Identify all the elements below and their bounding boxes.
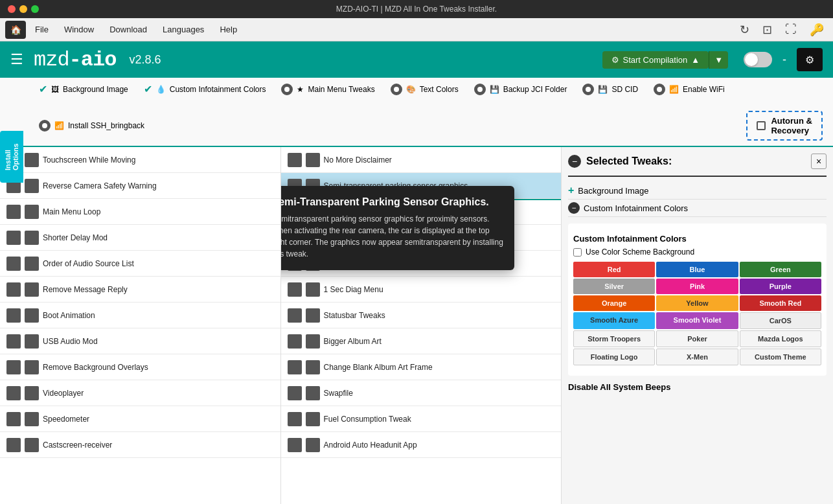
tweak-row[interactable]: Boot Animation: [0, 303, 280, 328]
tweak-btn-a[interactable]: [288, 360, 302, 374]
key-icon[interactable]: 🔑: [806, 21, 828, 38]
tweak-btn-a[interactable]: [6, 282, 21, 297]
tweak-btn-b[interactable]: [25, 257, 39, 271]
tweak-row[interactable]: No More Disclaimer: [281, 147, 562, 173]
tweak-row[interactable]: Reverse Camera Safety Warning: [0, 173, 280, 199]
tweak-btn-b[interactable]: [25, 334, 39, 349]
tweak-row[interactable]: Android Auto Headunit App: [281, 432, 562, 458]
tweak-row[interactable]: Change Blank Album Art Frame: [281, 354, 562, 380]
tweak-row[interactable]: Shorter Delay Mod: [0, 225, 280, 251]
option-custom-infotainment[interactable]: ✔ 💧 Custom Infotainment Colors: [144, 83, 266, 95]
color-smooth-azure[interactable]: Smooth Azure: [573, 312, 655, 329]
tweak-btn-b[interactable]: [306, 282, 320, 297]
option-ssh-bringback[interactable]: 📶 Install SSH_bringback: [39, 120, 144, 132]
tweak-row[interactable]: Statusbar Tweaks: [281, 303, 562, 328]
tweak-btn-a[interactable]: [288, 153, 302, 167]
collapse-icon[interactable]: −: [568, 155, 581, 168]
tweak-btn-b[interactable]: [25, 386, 39, 400]
tweak-btn-b[interactable]: [25, 308, 39, 323]
tweak-btn-b[interactable]: [25, 282, 39, 297]
option-sd-cid[interactable]: 💾 SD CID: [582, 84, 638, 95]
option-background-image[interactable]: ✔ 🖼 Background Image: [39, 83, 128, 95]
window-menu[interactable]: Window: [58, 22, 100, 37]
tweak-row[interactable]: Castscreen-receiver: [0, 432, 280, 458]
tweak-btn-b[interactable]: [306, 438, 320, 452]
close-selected-tweaks-button[interactable]: ×: [811, 154, 827, 169]
tweak-btn-b[interactable]: [25, 438, 39, 452]
selected-tweak-custom-infotainment[interactable]: − Custom Infotainment Colors: [568, 200, 827, 217]
color-mazda-logos[interactable]: Mazda Logos: [740, 330, 821, 347]
refresh-icon[interactable]: ↻: [736, 21, 753, 38]
languages-menu[interactable]: Languages: [156, 22, 211, 37]
option-text-colors[interactable]: 🎨 Text Colors: [391, 84, 459, 95]
tweak-btn-a[interactable]: [288, 334, 302, 349]
tweak-row[interactable]: USB Audio Mod: [0, 328, 280, 354]
color-orange[interactable]: Orange: [573, 295, 655, 311]
color-pink[interactable]: Pink: [656, 279, 738, 294]
tweak-btn-a[interactable]: [6, 231, 21, 245]
tweak-btn-a[interactable]: [6, 438, 21, 452]
color-caros[interactable]: CarOS: [740, 312, 821, 329]
close-window-button[interactable]: [8, 5, 16, 13]
tweak-btn-b[interactable]: [306, 360, 320, 374]
color-silver[interactable]: Silver: [573, 279, 655, 294]
fullscreen-icon[interactable]: ⛶: [781, 21, 801, 38]
tweak-btn-a[interactable]: [6, 205, 21, 219]
home-button[interactable]: 🏠: [5, 21, 26, 39]
color-custom-theme[interactable]: Custom Theme: [740, 349, 821, 365]
tweak-btn-a[interactable]: [288, 308, 302, 323]
tweak-row[interactable]: Remove Background Overlays: [0, 354, 280, 380]
tweak-btn-a[interactable]: [288, 282, 302, 297]
settings-button[interactable]: ⚙: [797, 48, 823, 71]
tweak-btn-a[interactable]: [6, 386, 21, 400]
color-yellow[interactable]: Yellow: [656, 295, 738, 311]
color-smooth-red[interactable]: Smooth Red: [740, 295, 821, 311]
tweak-btn-b[interactable]: [306, 386, 320, 400]
tweak-btn-a[interactable]: [288, 438, 302, 452]
install-options-tab[interactable]: InstallOptions: [0, 131, 23, 183]
tweak-row[interactable]: Touchscreen While Moving: [0, 147, 280, 173]
autorun-recovery-box[interactable]: Autorun & Recovery: [746, 111, 823, 141]
tweak-btn-b[interactable]: [306, 334, 320, 349]
color-purple[interactable]: Purple: [740, 279, 821, 294]
tweak-row[interactable]: Videoplayer: [0, 380, 280, 406]
start-compilation-button[interactable]: ⚙ Start Compilation ▲: [602, 51, 709, 69]
tweak-row[interactable]: Fuel Consumption Tweak: [281, 406, 562, 432]
tweak-row[interactable]: Main Menu Loop: [0, 199, 280, 225]
color-red[interactable]: Red: [573, 262, 655, 277]
tweak-btn-a[interactable]: [6, 334, 21, 349]
tweak-btn-b[interactable]: [25, 205, 39, 219]
file-menu[interactable]: File: [29, 22, 55, 37]
toggle-switch[interactable]: [744, 52, 772, 67]
start-compilation-dropdown[interactable]: ▼: [709, 51, 728, 69]
tweak-btn-b[interactable]: [25, 153, 39, 167]
tweak-btn-a[interactable]: [6, 308, 21, 323]
option-main-menu-tweaks[interactable]: ★ Main Menu Tweaks: [281, 84, 374, 95]
minimize-window-button[interactable]: [19, 5, 27, 13]
help-menu[interactable]: Help: [213, 22, 244, 37]
tweak-row[interactable]: Bigger Album Art: [281, 328, 562, 354]
tweak-btn-a[interactable]: [6, 360, 21, 374]
tweak-row[interactable]: 1 Sec Diag Menu: [281, 277, 562, 303]
tweak-btn-b[interactable]: [25, 179, 39, 193]
option-enable-wifi[interactable]: 📶 Enable WiFi: [654, 84, 725, 95]
color-blue[interactable]: Blue: [656, 262, 738, 277]
selected-tweak-background-image[interactable]: + Background Image: [568, 182, 827, 200]
tweak-btn-b[interactable]: [306, 412, 320, 426]
tweak-btn-a[interactable]: [288, 386, 302, 400]
tweak-btn-b[interactable]: [25, 231, 39, 245]
option-backup-jci[interactable]: 💾 Backup JCI Folder: [474, 84, 567, 95]
tweak-btn-b[interactable]: [25, 412, 39, 426]
download-menu[interactable]: Download: [103, 22, 154, 37]
color-storm-troopers[interactable]: Storm Troopers: [573, 330, 655, 347]
maximize-window-button[interactable]: [31, 5, 39, 13]
color-smooth-violet[interactable]: Smooth Violet: [656, 312, 738, 329]
tweak-btn-b[interactable]: [25, 360, 39, 374]
tweak-row[interactable]: Remove Message Reply: [0, 277, 280, 303]
tweak-btn-a[interactable]: [6, 412, 21, 426]
color-x-men[interactable]: X-Men: [656, 349, 738, 365]
tweak-btn-a[interactable]: [288, 412, 302, 426]
color-poker[interactable]: Poker: [656, 330, 738, 347]
tweak-btn-b[interactable]: [306, 308, 320, 323]
copy-icon[interactable]: ⊡: [759, 21, 776, 38]
